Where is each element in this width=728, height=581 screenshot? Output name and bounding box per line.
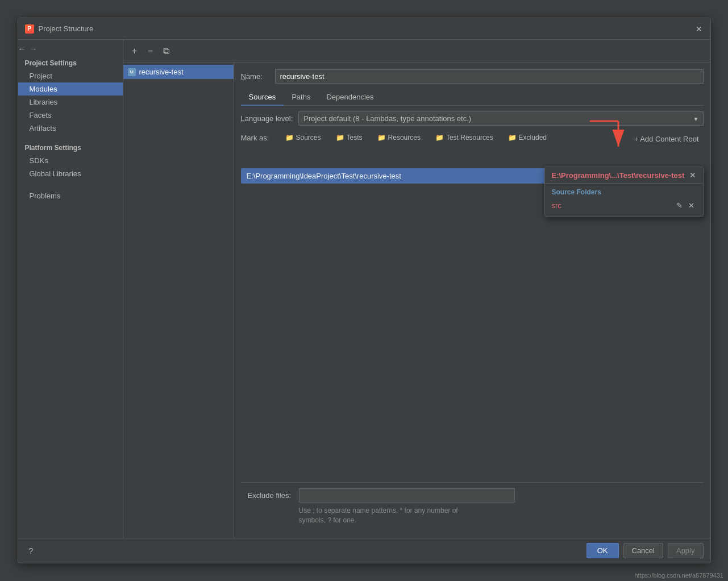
- module-list: M recursive-test: [123, 63, 234, 538]
- dialog-footer: ? OK Cancel Apply: [18, 538, 710, 563]
- right-panel: + − ⧉ M recursive-test: [123, 40, 710, 538]
- module-item-recursive-test[interactable]: M recursive-test: [123, 65, 234, 79]
- excluded-folder-icon: 📁: [508, 134, 517, 142]
- popup-folder-actions: ✎ ✕: [675, 201, 696, 210]
- lang-label: Language level:: [241, 114, 293, 123]
- popup-folder-row: src ✎ ✕: [552, 200, 696, 211]
- exclude-label: Exclude files:: [248, 491, 293, 500]
- content-root-popup: E:\Programming\...\Test\recursive-test ✕…: [544, 167, 704, 217]
- close-button[interactable]: ✕: [694, 24, 704, 34]
- mark-tests-button[interactable]: 📁 Tests: [331, 132, 367, 143]
- mark-label: Mark as:: [241, 134, 275, 142]
- sidebar-item-global-libraries[interactable]: Global Libraries: [18, 167, 123, 180]
- ok-button[interactable]: OK: [586, 543, 619, 558]
- popup-section-title: Source Folders: [552, 188, 696, 196]
- forward-button[interactable]: →: [30, 44, 38, 53]
- apply-button[interactable]: Apply: [668, 543, 704, 558]
- app-icon: P: [25, 24, 34, 34]
- add-content-root-row: + Add Content Root: [241, 150, 704, 163]
- copy-module-button[interactable]: ⧉: [160, 44, 173, 58]
- project-settings-header: Project Settings: [18, 56, 123, 69]
- content-area: + Add Content Root E:\Programming\IdeaPr…: [241, 150, 704, 482]
- project-structure-dialog: P Project Structure ✕ ← → Project Settin…: [18, 18, 711, 563]
- back-button[interactable]: ←: [18, 44, 26, 53]
- sidebar-item-libraries[interactable]: Libraries: [18, 96, 123, 109]
- tab-sources[interactable]: Sources: [241, 89, 284, 106]
- tab-paths[interactable]: Paths: [284, 89, 318, 106]
- tabs-row: Sources Paths Dependencies: [241, 89, 704, 106]
- lang-select[interactable]: Project default (8 - Lambdas, type annot…: [298, 111, 703, 126]
- sidebar-item-facets[interactable]: Facets: [18, 109, 123, 122]
- exclude-row: Exclude files:: [248, 488, 697, 503]
- platform-settings-header: Platform Settings: [18, 140, 123, 154]
- title-bar-left: P Project Structure: [25, 24, 94, 34]
- tab-dependencies[interactable]: Dependencies: [318, 89, 381, 106]
- hint-text: Use ; to separate name patterns, * for a…: [299, 506, 697, 525]
- bottom-section: Exclude files: Use ; to separate name pa…: [241, 482, 704, 531]
- dialog-title: Project Structure: [39, 24, 94, 33]
- help-button[interactable]: ?: [25, 545, 38, 557]
- mark-test-resources-button[interactable]: 📁 Test Resources: [431, 132, 498, 143]
- test-resources-folder-icon: 📁: [435, 134, 444, 142]
- popup-edit-button[interactable]: ✎: [675, 201, 684, 210]
- lang-select-wrapper: Project default (8 - Lambdas, type annot…: [298, 111, 703, 126]
- sidebar: ← → Project Settings Project Modules Lib…: [18, 40, 123, 538]
- remove-module-button[interactable]: −: [144, 44, 157, 58]
- nav-arrows: ← →: [18, 44, 123, 53]
- popup-close-button[interactable]: ✕: [689, 171, 696, 180]
- add-content-root-button[interactable]: + Add Content Root: [630, 132, 704, 146]
- main-content: ← → Project Settings Project Modules Lib…: [18, 40, 710, 538]
- name-label: Name:: [241, 72, 269, 81]
- sidebar-item-modules[interactable]: Modules: [18, 82, 123, 96]
- sidebar-item-project[interactable]: Project: [18, 69, 123, 82]
- detail-panel: Name: Sources Paths Dependencies: [234, 63, 710, 538]
- popup-folder-name: src: [552, 201, 561, 210]
- sources-folder-icon: 📁: [285, 134, 294, 142]
- exclude-input[interactable]: [299, 488, 515, 503]
- top-toolbar: + − ⧉: [123, 40, 710, 63]
- name-input[interactable]: [275, 69, 704, 84]
- mark-resources-button[interactable]: 📁 Resources: [373, 132, 425, 143]
- watermark: https://blog.csdn.net/a67879431: [634, 572, 723, 579]
- mark-excluded-button[interactable]: 📁 Excluded: [504, 132, 551, 143]
- popup-remove-button[interactable]: ✕: [687, 201, 696, 210]
- tests-folder-icon: 📁: [336, 134, 344, 142]
- add-module-button[interactable]: +: [128, 44, 142, 58]
- popup-header: E:\Programming\...\Test\recursive-test ✕: [545, 167, 703, 184]
- cancel-button[interactable]: Cancel: [623, 543, 663, 558]
- lang-row: Language level: Project default (8 - Lam…: [241, 111, 704, 126]
- mark-sources-button[interactable]: 📁 Sources: [281, 132, 326, 143]
- sidebar-item-problems[interactable]: Problems: [18, 189, 123, 202]
- title-bar: P Project Structure ✕: [18, 18, 710, 40]
- name-row: Name:: [241, 69, 704, 84]
- module-icon: M: [128, 68, 136, 76]
- resources-folder-icon: 📁: [377, 134, 386, 142]
- sidebar-item-sdks[interactable]: SDKs: [18, 154, 123, 167]
- module-tree-area: M recursive-test Name:: [123, 63, 710, 538]
- sidebar-item-artifacts[interactable]: Artifacts: [18, 122, 123, 135]
- popup-section: Source Folders src ✎ ✕: [545, 184, 703, 216]
